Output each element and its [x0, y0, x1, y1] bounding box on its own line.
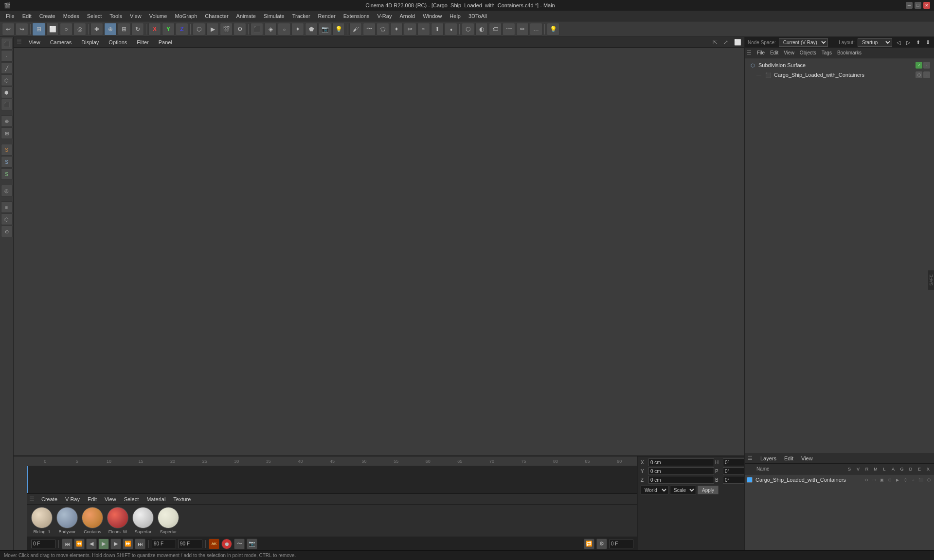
menu-render[interactable]: Render [314, 12, 340, 20]
field-tool[interactable]: ⬟ [305, 23, 318, 35]
layer-icon-x[interactable]: ⬡ [925, 476, 932, 483]
prev-frame-button[interactable]: ⏪ [74, 539, 85, 549]
viewport-menu-view[interactable]: View [26, 38, 43, 46]
right-toolbar-btn2[interactable]: ▷ [905, 39, 912, 46]
menu-simulate[interactable]: Simulate [260, 12, 288, 20]
coord-p-rot[interactable] [723, 467, 744, 475]
sidebar-label[interactable]: SAFE [929, 272, 934, 288]
material-contains[interactable]: Contains [82, 507, 103, 534]
menu-3dtoall[interactable]: 3DToAll [465, 12, 491, 20]
current-frame-input[interactable] [31, 540, 55, 548]
left-tool-scene[interactable]: ⊙ [1, 226, 13, 237]
material-menu-vray[interactable]: V-Ray [62, 495, 83, 503]
deform-tool[interactable]: ⬦ [278, 23, 290, 35]
viewport-menu-display[interactable]: Display [78, 38, 102, 46]
obj-menu-bookmarks[interactable]: Bookmarks [835, 49, 863, 57]
coord-x-pos[interactable] [648, 458, 714, 466]
material-menu-select-m[interactable]: Select [121, 495, 142, 503]
viewport-menu-panel[interactable]: Panel [156, 38, 175, 46]
menu-character[interactable]: Character [201, 12, 232, 20]
timeline-track[interactable] [27, 466, 637, 493]
layer-icon-exp[interactable]: ⬛ [917, 476, 924, 483]
viewport-header-menu-icon[interactable]: ☰ [17, 39, 22, 46]
spline-tool[interactable]: 〜 [363, 23, 376, 35]
viewport-menu-cameras[interactable]: Cameras [47, 38, 75, 46]
node-space-select[interactable]: Current (V-Ray) Standard [779, 38, 828, 47]
texture-tool[interactable]: ⬡ [462, 23, 474, 35]
y-axis-button[interactable]: Y [162, 23, 175, 35]
maximize-button[interactable]: □ [915, 2, 921, 9]
layers-menu-edit[interactable]: Edit [782, 455, 795, 462]
material-tool[interactable]: ◐ [475, 23, 488, 35]
end-frame-input[interactable] [152, 540, 176, 548]
material-menu-view-m[interactable]: View [102, 495, 119, 503]
light2-tool[interactable]: 💡 [547, 23, 559, 35]
prev-key-button[interactable]: ◀ [86, 539, 97, 549]
obj-menu-edit[interactable]: Edit [768, 49, 780, 57]
layer-row-cargo[interactable]: Cargo_Ship_Loaded_with_Containers ⊙ □ ▣ … [745, 474, 934, 485]
scale-select[interactable]: Scale Size [670, 486, 696, 494]
material-menu-texture[interactable]: Texture [170, 495, 194, 503]
select-free-button[interactable]: ◎ [73, 23, 86, 35]
layer-icon-lock[interactable]: □ [871, 476, 878, 483]
nurbs-tool[interactable]: ◈ [264, 23, 277, 35]
rotate-button[interactable]: ↻ [131, 23, 144, 35]
sketch-tool[interactable]: ✏ [516, 23, 529, 35]
right-toolbar-btn1[interactable]: ◁ [895, 39, 902, 46]
menu-extensions[interactable]: Extensions [340, 12, 374, 20]
left-tool-s2[interactable]: S [1, 156, 13, 168]
viewport-nav-icon[interactable]: ⇱ [713, 39, 718, 46]
menu-select[interactable]: Select [83, 12, 106, 20]
bridge-tool[interactable]: ≈ [417, 23, 430, 35]
left-tool-layers[interactable]: ≡ [1, 201, 13, 213]
material-menu-create[interactable]: Create [38, 495, 60, 503]
layers-menu-icon[interactable]: ☰ [748, 455, 753, 461]
coord-b-rot[interactable] [723, 476, 744, 484]
select-all-button[interactable]: ⊞ [33, 23, 45, 35]
obj-toolbar-menu[interactable]: ☰ [747, 50, 752, 56]
menu-create[interactable]: Create [36, 12, 59, 20]
material-menu-icon[interactable]: ☰ [29, 496, 35, 503]
z-axis-button[interactable]: Z [176, 23, 188, 35]
extrude-tool[interactable]: ⬆ [431, 23, 444, 35]
layout-select[interactable]: Startup Standard Animate [858, 38, 892, 47]
menu-view[interactable]: View [126, 12, 145, 20]
material-bodywor[interactable]: Bodywor [56, 507, 78, 534]
obj-dot[interactable]: · [923, 62, 930, 69]
options-button[interactable]: ⚙ [596, 539, 607, 549]
transform-button[interactable]: ✚ [90, 23, 103, 35]
right-frame-display[interactable] [609, 540, 633, 548]
snap-button[interactable]: ⬡ [193, 23, 205, 35]
left-tool-point[interactable]: · [1, 50, 13, 62]
layers-menu-view[interactable]: View [799, 455, 815, 462]
viewport-menu-filter[interactable]: Filter [134, 38, 151, 46]
menu-mograph[interactable]: MoGraph [171, 12, 201, 20]
render-preview-button[interactable]: ▶ [206, 23, 219, 35]
viewport-zoom-icon[interactable]: ⤢ [723, 39, 728, 46]
rivet-tool[interactable]: ✦ [390, 23, 403, 35]
menu-edit[interactable]: Edit [18, 12, 36, 20]
material-menu-material[interactable]: Material [144, 495, 168, 503]
left-tool-uv[interactable]: ⬢ [1, 87, 13, 98]
material-supertar2[interactable]: Supertar [158, 507, 179, 534]
menu-arnold[interactable]: Arnold [395, 12, 419, 20]
coord-h-rot[interactable] [723, 458, 744, 466]
knife-tool[interactable]: ✂ [404, 23, 416, 35]
jump-to-end-button[interactable]: ⏭ [135, 539, 145, 549]
minimize-button[interactable]: ─ [906, 2, 913, 9]
hair-tool[interactable]: 〰 [503, 23, 515, 35]
end-frame-total-input[interactable] [178, 540, 202, 548]
obj-row-cargo[interactable]: ⬛ Cargo_Ship_Loaded_with_Containers ⬡ · [747, 70, 932, 80]
select-circle-button[interactable]: ○ [60, 23, 72, 35]
scale-button[interactable]: ⊞ [118, 23, 130, 35]
tag-tool[interactable]: 🏷 [489, 23, 502, 35]
interactive-render-button[interactable]: ⚙ [234, 23, 246, 35]
material-blding[interactable]: Blding_1 [31, 507, 53, 534]
obj-row-subdivision[interactable]: ⬡ Subdivision Surface ✓ · [747, 60, 932, 70]
light-tool[interactable]: 💡 [332, 23, 345, 35]
menu-vray[interactable]: V-Ray [373, 12, 395, 20]
undo-button[interactable]: ↩ [2, 23, 15, 35]
obj-menu-view[interactable]: View [782, 49, 796, 57]
left-tool-edge[interactable]: ╱ [1, 62, 13, 74]
right-toolbar-btn3[interactable]: ⬆ [915, 39, 921, 46]
